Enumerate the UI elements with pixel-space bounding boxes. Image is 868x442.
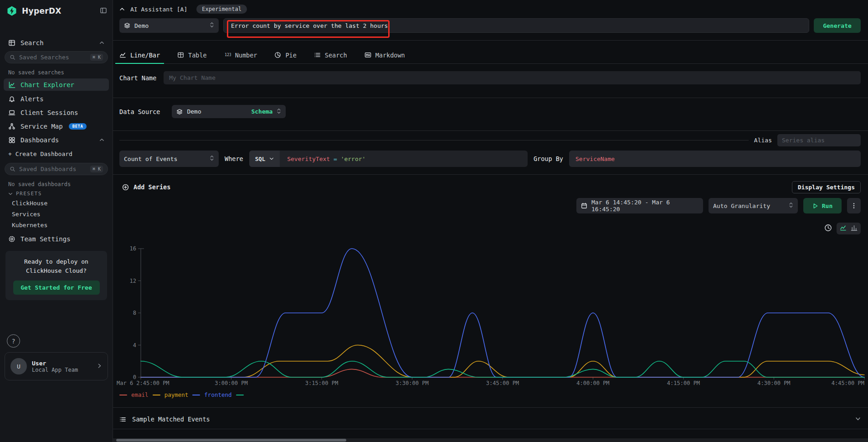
no-saved-dashboards-text: No saved dashboards bbox=[8, 181, 71, 187]
language-select[interactable]: SQL bbox=[249, 151, 280, 167]
grid-icon bbox=[8, 136, 15, 144]
granularity-select[interactable]: Auto Granularity bbox=[709, 198, 798, 213]
sidebar-item-client-sessions[interactable]: Client Sessions bbox=[4, 106, 109, 119]
legend-label: email bbox=[131, 391, 149, 398]
data-source-select[interactable]: Demo Schema bbox=[172, 105, 286, 118]
add-series-button[interactable]: Add Series bbox=[122, 183, 170, 191]
run-toolbar: Mar 6 14:45:20 - Mar 6 16:45:20 Auto Gra… bbox=[576, 198, 861, 213]
sample-events-section[interactable]: Sample Matched Events bbox=[119, 411, 861, 428]
plus-circle-icon bbox=[122, 184, 129, 191]
svg-text:Mar 6 2:45:00 PM: Mar 6 2:45:00 PM bbox=[117, 380, 169, 386]
viz-type-toggle bbox=[837, 223, 861, 234]
chevron-up-icon[interactable] bbox=[99, 136, 104, 144]
ai-source-select[interactable]: Demo bbox=[119, 18, 219, 33]
line-chart-icon bbox=[119, 52, 126, 58]
tab-label: Search bbox=[325, 52, 347, 59]
legend-label: payment bbox=[164, 391, 189, 398]
chevron-up-icon[interactable] bbox=[119, 6, 125, 12]
tab-pie[interactable]: Pie bbox=[274, 47, 296, 63]
user-card[interactable]: U User Local App Team bbox=[5, 352, 108, 380]
bell-icon bbox=[8, 95, 15, 103]
tab-line-bar[interactable]: Line/Bar bbox=[119, 47, 160, 63]
sidebar-item-chart-explorer[interactable]: Chart Explorer bbox=[4, 78, 109, 91]
aggregation-select[interactable]: Count of Events bbox=[119, 151, 219, 167]
add-series-label: Add Series bbox=[134, 183, 170, 191]
help-button[interactable]: ? bbox=[7, 334, 20, 348]
chart-legend: emailpaymentfrontend bbox=[119, 391, 244, 398]
display-settings-button[interactable]: Display Settings bbox=[792, 181, 861, 193]
svg-text:0: 0 bbox=[133, 374, 136, 380]
select-chevrons-icon bbox=[210, 21, 214, 30]
legend-swatch bbox=[153, 395, 160, 395]
svg-text:4:30:00 PM: 4:30:00 PM bbox=[757, 380, 790, 386]
alias-row: Alias bbox=[119, 134, 861, 146]
date-range-picker[interactable]: Mar 6 14:45:20 - Mar 6 16:45:20 bbox=[576, 198, 703, 213]
play-icon bbox=[812, 203, 818, 209]
chevron-up-icon[interactable] bbox=[99, 39, 104, 47]
divider bbox=[119, 140, 749, 140]
user-name: User bbox=[32, 360, 78, 367]
legend-item-email[interactable]: email bbox=[119, 391, 149, 398]
chart-name-input[interactable] bbox=[164, 71, 861, 84]
tab-number[interactable]: 123 Number bbox=[224, 47, 257, 63]
tab-markdown[interactable]: Markdown bbox=[365, 47, 405, 63]
legend-swatch bbox=[119, 395, 127, 395]
create-dashboard-link[interactable]: + Create Dashboard bbox=[8, 151, 72, 157]
get-started-button[interactable]: Get Started for Free bbox=[13, 281, 100, 295]
svg-text:16: 16 bbox=[130, 245, 136, 252]
divider bbox=[113, 98, 868, 98]
chart-name-label: Chart Name bbox=[119, 74, 156, 82]
preset-clickhouse[interactable]: ClickHouse bbox=[12, 200, 47, 207]
tab-label: Pie bbox=[285, 52, 296, 59]
presets-header[interactable]: PRESETS bbox=[8, 191, 42, 197]
legend-item-payment[interactable]: payment bbox=[153, 391, 189, 398]
sidebar-item-dashboards[interactable]: Dashboards bbox=[4, 134, 109, 146]
alias-label: Alias bbox=[754, 137, 772, 144]
legend-label: frontend bbox=[204, 391, 231, 398]
preset-kubernetes[interactable]: Kubernetes bbox=[12, 222, 47, 229]
sidebar-item-alerts[interactable]: Alerts bbox=[4, 93, 109, 105]
laptop-icon bbox=[8, 109, 15, 116]
preset-services[interactable]: Services bbox=[12, 211, 41, 218]
alias-input[interactable] bbox=[777, 134, 861, 146]
ai-assistant-header[interactable]: AI Assistant [A] Experimental bbox=[119, 5, 861, 14]
table-icon bbox=[177, 52, 184, 58]
sidebar: HyperDX Search Saved Searches ⌘ K No sav… bbox=[0, 0, 113, 442]
search-icon bbox=[10, 54, 15, 60]
bar-view-toggle[interactable] bbox=[851, 224, 858, 233]
svg-text:4:45:00 PM: 4:45:00 PM bbox=[832, 380, 864, 386]
sidebar-item-search[interactable]: Search bbox=[4, 36, 109, 49]
more-options-button[interactable] bbox=[847, 198, 861, 213]
group-by-input[interactable] bbox=[569, 151, 861, 167]
timeseries-chart[interactable]: 0481216Mar 6 2:45:00 PM3:00:00 PM3:15:00… bbox=[113, 241, 868, 393]
sidebar-item-service-map[interactable]: Service Map BETA bbox=[4, 120, 109, 132]
sidebar-item-label: Service Map bbox=[21, 123, 63, 130]
time-icon[interactable] bbox=[824, 224, 832, 233]
where-expression-input[interactable]: SeverityText = 'error' bbox=[280, 156, 373, 162]
sidebar-collapse-icon[interactable] bbox=[100, 7, 107, 16]
svg-text:123: 123 bbox=[225, 52, 231, 57]
saved-searches-input[interactable]: Saved Searches ⌘ K bbox=[5, 51, 108, 63]
svg-text:3:00:00 PM: 3:00:00 PM bbox=[215, 380, 247, 386]
tab-table[interactable]: Table bbox=[177, 47, 207, 63]
legend-item-unnamed[interactable] bbox=[236, 395, 244, 395]
line-view-toggle[interactable] bbox=[840, 224, 847, 233]
schema-link[interactable]: Schema bbox=[251, 108, 272, 115]
sidebar-item-team-settings[interactable]: Team Settings bbox=[4, 233, 109, 245]
select-chevrons-icon bbox=[789, 202, 793, 210]
tab-search[interactable]: Search bbox=[314, 47, 347, 63]
horizontal-scrollbar-thumb[interactable] bbox=[116, 439, 346, 442]
tab-label: Number bbox=[235, 52, 257, 59]
generate-button[interactable]: Generate bbox=[814, 18, 861, 33]
ai-source-value: Demo bbox=[134, 22, 149, 29]
sidebar-item-label: Alerts bbox=[21, 95, 44, 103]
date-range-value: Mar 6 14:45:20 - Mar 6 16:45:20 bbox=[591, 199, 699, 213]
chevron-down-icon[interactable] bbox=[855, 416, 861, 423]
number-icon: 123 bbox=[224, 52, 231, 58]
run-button[interactable]: Run bbox=[803, 198, 842, 213]
legend-item-frontend[interactable]: frontend bbox=[192, 391, 231, 398]
ai-prompt-input[interactable] bbox=[223, 18, 809, 33]
shortcut-badge: ⌘ K bbox=[90, 54, 103, 61]
saved-dashboards-input[interactable]: Saved Dashboards ⌘ K bbox=[5, 163, 108, 175]
user-team: Local App Team bbox=[32, 367, 78, 373]
